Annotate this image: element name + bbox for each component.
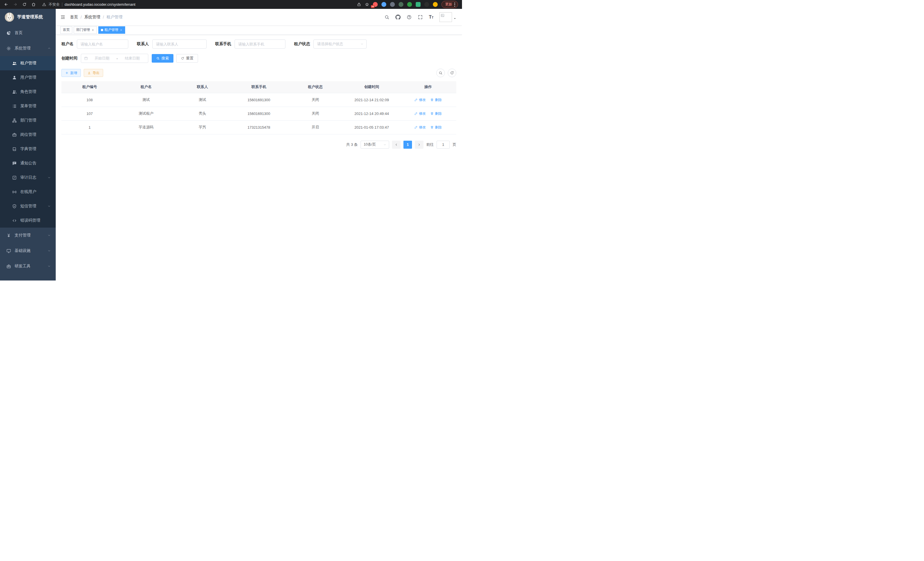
sidebar-item-label: 审计日志 [20, 175, 36, 180]
status-select[interactable]: 请选择租户状态 [314, 39, 367, 49]
extension-icon-5[interactable] [407, 2, 412, 7]
page-size-select[interactable]: 10条/页 [361, 141, 389, 149]
extension-icon-8[interactable] [433, 2, 438, 7]
sidebar-item-menu-mgmt[interactable]: 菜单管理 [0, 99, 56, 113]
sidebar-item-audit-log[interactable]: 审计日志 [0, 170, 56, 185]
cell-id: 107 [62, 107, 118, 120]
tag-dept[interactable]: 部门管理 [74, 26, 97, 34]
calendar-icon [84, 56, 88, 60]
search-icon[interactable] [384, 15, 389, 20]
chevron-down-icon [47, 265, 51, 268]
sidebar-item-sms[interactable]: 短信管理 [0, 199, 56, 213]
tenant-name-input[interactable] [77, 39, 128, 49]
extension-icon-4[interactable] [399, 2, 404, 7]
sidebar-item-dept[interactable]: 部门管理 [0, 113, 56, 128]
field-label: 联系人 [137, 41, 149, 47]
filter-status: 租户状态 请选择租户状态 [294, 39, 367, 49]
sidebar-item-payment[interactable]: 支付管理 [0, 228, 56, 243]
share-icon[interactable] [357, 2, 361, 7]
security-label[interactable]: 不安全 [49, 2, 60, 7]
download-icon [87, 71, 91, 75]
add-button[interactable]: 新增 [62, 69, 81, 77]
page-number-button[interactable]: 1 [404, 141, 412, 149]
breadcrumb-system: 系统管理 [84, 15, 100, 20]
filter-create-time: 创建时间 开始日期 - 结束日期 [62, 54, 148, 63]
filter-tenant-name: 租户名 [62, 39, 128, 49]
extension-icon-6[interactable] [416, 2, 421, 7]
sidebar-item-post[interactable]: 岗位管理 [0, 128, 56, 142]
extension-badge: 10 [371, 5, 375, 8]
delete-link[interactable]: 删除 [430, 111, 442, 116]
sidebar-item-dict[interactable]: 字典管理 [0, 142, 56, 156]
list-icon [12, 104, 17, 109]
goto-page-input[interactable] [436, 141, 450, 149]
edit-link[interactable]: 修改 [414, 111, 426, 116]
table-row: 107 测试租户 秃头 15601691300 关闭 2021-12-14 20… [62, 107, 456, 120]
search-button[interactable]: 搜索 [152, 54, 173, 63]
delete-link[interactable]: 删除 [430, 98, 442, 102]
delete-link[interactable]: 删除 [430, 125, 442, 130]
sidebar-item-error-code[interactable]: 错误码管理 [0, 213, 56, 228]
sidebar-item-infrastructure[interactable]: 基础设施 [0, 243, 56, 259]
sidebar-item-tenant[interactable]: 租户管理 [0, 56, 56, 70]
sidebar-item-home[interactable]: 首页 [0, 25, 56, 41]
github-icon[interactable] [395, 15, 400, 20]
edit-link[interactable]: 修改 [414, 125, 426, 130]
tag-tenant[interactable]: 租户管理 [98, 26, 125, 34]
sidebar-item-dev-tools[interactable]: 研发工具 [0, 259, 56, 274]
prev-page-button[interactable] [392, 141, 400, 149]
extension-icon-3[interactable] [390, 2, 395, 7]
refresh-table-button[interactable] [448, 69, 456, 77]
date-range-picker[interactable]: 开始日期 - 结束日期 [81, 54, 148, 63]
address-bar[interactable]: 不安全 dashboard.yudao.iocoder.cn/system/te… [42, 2, 135, 7]
extension-icon-7[interactable] [424, 2, 429, 7]
sidebar-item-role[interactable]: 角色管理 [0, 85, 56, 99]
sidebar-fold-icon[interactable] [60, 15, 65, 20]
address-url[interactable]: dashboard.yudao.iocoder.cn/system/tenant [64, 2, 135, 7]
contact-input[interactable] [152, 39, 207, 49]
export-button[interactable]: 导出 [84, 69, 103, 77]
sidebar-item-user[interactable]: 用户管理 [0, 70, 56, 85]
bookmark-star-icon[interactable] [365, 2, 369, 7]
chevron-up-icon [47, 47, 51, 50]
user-avatar-menu[interactable] [440, 12, 456, 22]
right-toolbar [436, 69, 456, 77]
sidebar-item-online-users[interactable]: 在线用户 [0, 185, 56, 199]
fullscreen-icon[interactable] [418, 15, 423, 20]
mobile-input[interactable] [235, 39, 285, 49]
sidebar-item-notice[interactable]: 通知公告 [0, 156, 56, 170]
toggle-search-button[interactable] [436, 69, 445, 77]
breadcrumb-home[interactable]: 首页 [70, 15, 78, 20]
next-page-button[interactable] [415, 141, 423, 149]
browser-update-button[interactable]: 更新 [441, 1, 458, 8]
filter-contact: 联系人 [137, 39, 207, 49]
browser-menu-icon[interactable] [454, 3, 455, 7]
browser-chrome: 不安全 dashboard.yudao.iocoder.cn/system/te… [0, 0, 462, 9]
reload-icon[interactable] [22, 2, 27, 7]
update-label: 更新 [445, 2, 452, 7]
column-header: 租户名 [118, 81, 174, 93]
reset-button[interactable]: 重置 [176, 54, 198, 63]
dashboard-icon [6, 31, 11, 35]
close-icon[interactable] [92, 29, 94, 32]
main-area: 首页 / 系统管理 / 租户管理 TT [56, 9, 462, 281]
toolbox-icon [6, 264, 11, 269]
browser-actions: 10 更新 [357, 1, 458, 8]
broadcast-icon [12, 190, 17, 194]
cell-id: 108 [62, 93, 118, 107]
extension-icon-2[interactable] [381, 2, 386, 7]
tag-home[interactable]: 首页 [60, 26, 72, 34]
font-size-icon[interactable]: TT [429, 15, 434, 20]
forward-icon[interactable] [13, 2, 17, 7]
browser-home-icon[interactable] [32, 2, 36, 7]
cell-created: 2021-01-05 17:03:47 [344, 120, 400, 134]
close-icon[interactable] [120, 29, 123, 32]
sidebar-item-system[interactable]: 系统管理 [0, 41, 56, 56]
app-title: 芋道管理系统 [17, 14, 43, 20]
sidebar-item-label: 系统管理 [15, 46, 31, 51]
back-icon[interactable] [4, 2, 8, 7]
help-icon[interactable] [406, 15, 412, 20]
extension-icon-1[interactable]: 10 [373, 2, 378, 7]
edit-link[interactable]: 修改 [414, 98, 426, 102]
column-header: 联系手机 [231, 81, 287, 93]
